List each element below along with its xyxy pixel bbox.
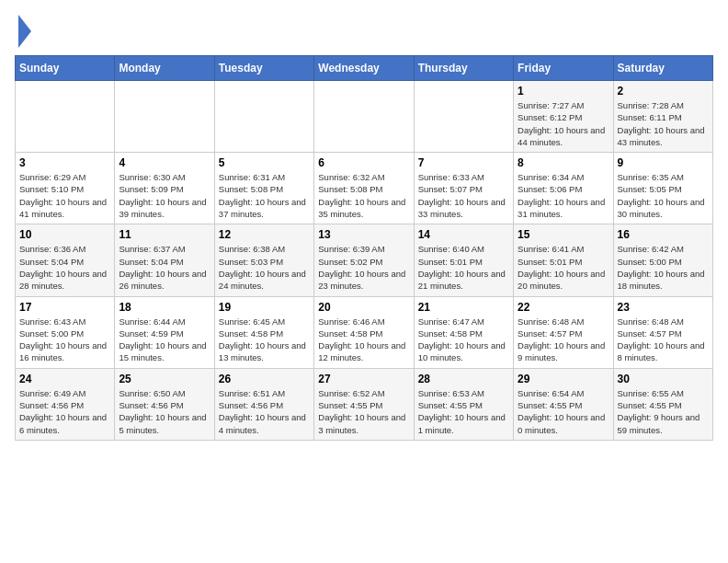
calendar-cell: 2Sunrise: 7:28 AM Sunset: 6:11 PM Daylig… (613, 81, 712, 153)
cell-info: Sunrise: 6:55 AM Sunset: 4:55 PM Dayligh… (618, 387, 709, 436)
cell-day-number: 2 (618, 85, 709, 98)
cell-day-number: 9 (618, 156, 709, 169)
calendar-cell: 28Sunrise: 6:53 AM Sunset: 4:55 PM Dayli… (414, 368, 513, 440)
cell-info: Sunrise: 6:42 AM Sunset: 5:00 PM Dayligh… (618, 243, 709, 292)
logo-arrow-icon (18, 15, 31, 48)
calendar-cell: 14Sunrise: 6:40 AM Sunset: 5:01 PM Dayli… (414, 224, 513, 296)
cell-info: Sunrise: 6:43 AM Sunset: 5:00 PM Dayligh… (19, 316, 110, 364)
cell-day-number: 15 (518, 228, 609, 241)
calendar-cell (214, 81, 313, 153)
cell-day-number: 25 (119, 373, 210, 385)
calendar-cell: 20Sunrise: 6:46 AM Sunset: 4:58 PM Dayli… (314, 296, 414, 368)
cell-info: Sunrise: 6:45 AM Sunset: 4:58 PM Dayligh… (219, 316, 310, 364)
cell-day-number: 8 (518, 156, 609, 169)
cell-info: Sunrise: 6:41 AM Sunset: 5:01 PM Dayligh… (518, 243, 609, 292)
cell-day-number: 23 (618, 301, 709, 314)
cell-info: Sunrise: 7:28 AM Sunset: 6:11 PM Dayligh… (618, 99, 709, 148)
cell-day-number: 4 (119, 156, 210, 169)
cell-info: Sunrise: 6:49 AM Sunset: 4:56 PM Dayligh… (19, 387, 110, 436)
cell-day-number: 17 (19, 301, 110, 314)
calendar-cell: 15Sunrise: 6:41 AM Sunset: 5:01 PM Dayli… (514, 224, 613, 296)
calendar-cell: 3Sunrise: 6:29 AM Sunset: 5:10 PM Daylig… (16, 153, 115, 224)
calendar-cell: 22Sunrise: 6:48 AM Sunset: 4:57 PM Dayli… (514, 296, 613, 368)
cell-day-number: 5 (219, 156, 310, 169)
calendar-cell: 1Sunrise: 7:27 AM Sunset: 6:12 PM Daylig… (514, 81, 613, 153)
cell-info: Sunrise: 6:54 AM Sunset: 4:55 PM Dayligh… (518, 387, 609, 436)
week-row: 17Sunrise: 6:43 AM Sunset: 5:00 PM Dayli… (16, 296, 713, 368)
cell-day-number: 14 (418, 228, 509, 241)
calendar-cell (414, 81, 513, 153)
cell-day-number: 12 (219, 228, 310, 241)
cell-info: Sunrise: 6:46 AM Sunset: 4:58 PM Dayligh… (318, 316, 409, 364)
calendar-cell: 18Sunrise: 6:44 AM Sunset: 4:59 PM Dayli… (115, 296, 214, 368)
calendar-cell: 23Sunrise: 6:48 AM Sunset: 4:57 PM Dayli… (613, 296, 712, 368)
week-row: 10Sunrise: 6:36 AM Sunset: 5:04 PM Dayli… (16, 224, 713, 296)
cell-day-number: 27 (318, 373, 409, 385)
weekday-header-sunday: Sunday (16, 56, 115, 81)
cell-info: Sunrise: 6:36 AM Sunset: 5:04 PM Dayligh… (19, 243, 110, 292)
cell-day-number: 22 (518, 301, 609, 314)
cell-day-number: 29 (518, 373, 609, 385)
calendar-cell (314, 81, 414, 153)
cell-day-number: 26 (219, 373, 310, 385)
cell-info: Sunrise: 6:44 AM Sunset: 4:59 PM Dayligh… (119, 316, 210, 364)
weekday-header-friday: Friday (514, 56, 613, 81)
week-row: 3Sunrise: 6:29 AM Sunset: 5:10 PM Daylig… (16, 153, 713, 224)
cell-day-number: 1 (518, 85, 609, 98)
cell-day-number: 10 (19, 228, 110, 241)
cell-day-number: 11 (119, 228, 210, 241)
calendar-cell: 4Sunrise: 6:30 AM Sunset: 5:09 PM Daylig… (115, 153, 214, 224)
cell-day-number: 18 (119, 301, 210, 314)
cell-info: Sunrise: 6:53 AM Sunset: 4:55 PM Dayligh… (418, 387, 509, 436)
calendar-cell: 7Sunrise: 6:33 AM Sunset: 5:07 PM Daylig… (414, 153, 513, 224)
calendar-cell (16, 81, 115, 153)
cell-info: Sunrise: 7:27 AM Sunset: 6:12 PM Dayligh… (518, 99, 609, 148)
cell-info: Sunrise: 6:34 AM Sunset: 5:06 PM Dayligh… (518, 171, 609, 220)
weekday-header-monday: Monday (115, 56, 214, 81)
calendar-cell: 27Sunrise: 6:52 AM Sunset: 4:55 PM Dayli… (314, 368, 414, 440)
cell-info: Sunrise: 6:50 AM Sunset: 4:56 PM Dayligh… (119, 387, 210, 436)
cell-info: Sunrise: 6:30 AM Sunset: 5:09 PM Dayligh… (119, 171, 210, 220)
calendar-cell: 12Sunrise: 6:38 AM Sunset: 5:03 PM Dayli… (214, 224, 313, 296)
calendar-cell: 30Sunrise: 6:55 AM Sunset: 4:55 PM Dayli… (613, 368, 712, 440)
calendar-cell: 26Sunrise: 6:51 AM Sunset: 4:56 PM Dayli… (214, 368, 313, 440)
cell-info: Sunrise: 6:31 AM Sunset: 5:08 PM Dayligh… (219, 171, 310, 220)
cell-day-number: 20 (318, 301, 409, 314)
cell-info: Sunrise: 6:32 AM Sunset: 5:08 PM Dayligh… (318, 171, 409, 220)
calendar: SundayMondayTuesdayWednesdayThursdayFrid… (15, 55, 713, 441)
calendar-cell: 29Sunrise: 6:54 AM Sunset: 4:55 PM Dayli… (514, 368, 613, 440)
cell-day-number: 24 (19, 373, 110, 385)
calendar-cell: 8Sunrise: 6:34 AM Sunset: 5:06 PM Daylig… (514, 153, 613, 224)
cell-day-number: 6 (318, 156, 409, 169)
cell-info: Sunrise: 6:37 AM Sunset: 5:04 PM Dayligh… (119, 243, 210, 292)
calendar-cell: 13Sunrise: 6:39 AM Sunset: 5:02 PM Dayli… (314, 224, 414, 296)
calendar-cell: 24Sunrise: 6:49 AM Sunset: 4:56 PM Dayli… (16, 368, 115, 440)
cell-day-number: 21 (418, 301, 509, 314)
cell-day-number: 16 (618, 228, 709, 241)
cell-day-number: 30 (618, 373, 709, 385)
week-row: 24Sunrise: 6:49 AM Sunset: 4:56 PM Dayli… (16, 368, 713, 440)
weekday-header-thursday: Thursday (414, 56, 513, 81)
calendar-header: SundayMondayTuesdayWednesdayThursdayFrid… (16, 56, 713, 81)
cell-day-number: 13 (318, 228, 409, 241)
cell-info: Sunrise: 6:35 AM Sunset: 5:05 PM Dayligh… (618, 171, 709, 220)
weekday-header-tuesday: Tuesday (214, 56, 313, 81)
calendar-cell: 19Sunrise: 6:45 AM Sunset: 4:58 PM Dayli… (214, 296, 313, 368)
weekday-header-wednesday: Wednesday (314, 56, 414, 81)
calendar-cell: 16Sunrise: 6:42 AM Sunset: 5:00 PM Dayli… (613, 224, 712, 296)
calendar-body: 1Sunrise: 7:27 AM Sunset: 6:12 PM Daylig… (16, 81, 713, 441)
logo (15, 15, 31, 48)
calendar-cell: 25Sunrise: 6:50 AM Sunset: 4:56 PM Dayli… (115, 368, 214, 440)
weekday-header-saturday: Saturday (613, 56, 712, 81)
cell-day-number: 19 (219, 301, 310, 314)
calendar-cell: 21Sunrise: 6:47 AM Sunset: 4:58 PM Dayli… (414, 296, 513, 368)
cell-info: Sunrise: 6:47 AM Sunset: 4:58 PM Dayligh… (418, 316, 509, 364)
cell-day-number: 3 (19, 156, 110, 169)
cell-info: Sunrise: 6:48 AM Sunset: 4:57 PM Dayligh… (518, 316, 609, 364)
cell-info: Sunrise: 6:29 AM Sunset: 5:10 PM Dayligh… (19, 171, 110, 220)
calendar-cell: 10Sunrise: 6:36 AM Sunset: 5:04 PM Dayli… (16, 224, 115, 296)
calendar-cell: 9Sunrise: 6:35 AM Sunset: 5:05 PM Daylig… (613, 153, 712, 224)
calendar-cell: 6Sunrise: 6:32 AM Sunset: 5:08 PM Daylig… (314, 153, 414, 224)
cell-day-number: 7 (418, 156, 509, 169)
cell-info: Sunrise: 6:33 AM Sunset: 5:07 PM Dayligh… (418, 171, 509, 220)
